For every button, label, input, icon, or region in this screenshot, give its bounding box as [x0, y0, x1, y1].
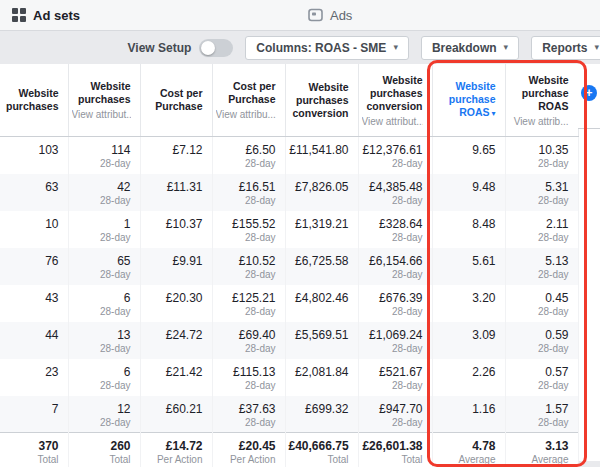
cell-value: 6: [72, 291, 131, 305]
cell: £7.12: [140, 137, 212, 174]
toggle-knob: [201, 41, 215, 55]
cell-value: £7,826.05: [289, 180, 349, 194]
attribution-window-tag: 28-day: [72, 232, 131, 244]
attribution-window-label: View attrib...: [509, 116, 569, 127]
attribution-window-tag: 28-day: [72, 158, 131, 170]
cell-value: £5,569.51: [289, 328, 349, 342]
view-setup-toggle[interactable]: [199, 39, 233, 57]
cell-value: £699.32: [289, 402, 349, 416]
cell-value: £24.72: [144, 328, 203, 342]
total-cell: £14.72Per Action: [140, 433, 212, 467]
cell: £24.72: [140, 322, 212, 359]
cell: £69.4028-day: [212, 322, 285, 359]
cell: £11,541.80: [285, 137, 358, 174]
cell-value: £20.30: [144, 291, 203, 305]
attribution-window-label: View attribu...: [216, 109, 276, 120]
cell-value: 43: [3, 291, 59, 305]
cell-value: 114: [72, 143, 131, 157]
cell-value: 23: [3, 365, 59, 379]
cell-value: £4,802.46: [289, 291, 349, 305]
cell-value: £1,069.24: [362, 328, 423, 342]
cell: £115.1328-day: [212, 359, 285, 396]
total-label: Total: [72, 454, 131, 466]
cell-value: £37.63: [216, 402, 276, 416]
table-row[interactable]: 43628-day£20.30£125.2128-day£4,802.46£67…: [0, 285, 578, 322]
cell: £16.5128-day: [212, 174, 285, 211]
attribution-window-tag: 28-day: [216, 232, 276, 244]
attribution-window-label: View attribut...: [362, 116, 423, 127]
cell-value: £69.40: [216, 328, 276, 342]
breakdown-button[interactable]: Breakdown ▾: [421, 36, 519, 60]
metrics-table: Website purchasesWebsite purchasesView a…: [0, 64, 600, 461]
cell-value: 13: [72, 328, 131, 342]
table-row[interactable]: 441328-day£24.72£69.4028-day£5,569.51£1,…: [0, 322, 578, 359]
table-row[interactable]: 23628-day£21.42£115.1328-day£2,081.84£52…: [0, 359, 578, 396]
cell: £7,826.05: [285, 174, 358, 211]
attribution-window-tag: 28-day: [362, 269, 423, 281]
tab-ads-label: Ads: [330, 8, 352, 23]
cell-value: 10: [3, 217, 59, 231]
view-setup-label: View Setup: [128, 41, 192, 55]
toolbar: View Setup Columns: ROAS - SME ▾ Breakdo…: [0, 31, 600, 64]
column-header[interactable]: Website purchase ROASView attrib...: [505, 64, 578, 137]
cell-value: 65: [72, 254, 131, 268]
cell: 0.5928-day: [505, 322, 578, 359]
cell-value: £21.42: [144, 365, 203, 379]
cell-value: £10.37: [144, 217, 203, 231]
data-table: Website purchasesWebsite purchasesView a…: [0, 64, 579, 467]
cell: £9.91: [140, 248, 212, 285]
tab-ad-sets[interactable]: Ad sets: [2, 0, 90, 30]
column-header[interactable]: Cost per PurchaseView attribu...: [212, 64, 285, 137]
cell: 3.09: [432, 322, 505, 359]
cell: £5,569.51: [285, 322, 358, 359]
add-column-button[interactable]: +: [581, 85, 597, 101]
cell: 44: [0, 322, 68, 359]
total-label: Per Action: [144, 454, 203, 466]
cell-value: 3.20: [436, 291, 496, 305]
table-row[interactable]: 10128-day£10.37£155.5228-day£1,319.21£32…: [0, 211, 578, 248]
column-header[interactable]: Website purchases conversion: [285, 64, 358, 137]
cell: 1328-day: [68, 322, 140, 359]
column-title: Website purchase ROAS: [509, 74, 569, 113]
column-title: Website purchases conversion: [289, 81, 349, 120]
cell-value: 10.35: [509, 143, 569, 157]
cell: 9.48: [432, 174, 505, 211]
table-row[interactable]: 634228-day£11.31£16.5128-day£7,826.05£4,…: [0, 174, 578, 211]
column-header[interactable]: Website purchases: [0, 64, 68, 137]
total-value: £14.72: [144, 439, 203, 453]
tab-ads[interactable]: Ads: [298, 0, 362, 30]
column-header[interactable]: Website purchases conversionView attribu…: [358, 64, 432, 137]
cell-value: 2.11: [509, 217, 569, 231]
cell: £6,154.6628-day: [358, 248, 432, 285]
reports-button[interactable]: Reports ▾: [531, 36, 600, 60]
cell: 628-day: [68, 285, 140, 322]
cell: 6528-day: [68, 248, 140, 285]
cell-value: 1: [72, 217, 131, 231]
attribution-window-tag: 28-day: [216, 417, 276, 429]
table-row[interactable]: 71228-day£60.21£37.6328-day£699.32£947.7…: [0, 396, 578, 433]
cell: 1228-day: [68, 396, 140, 433]
column-header[interactable]: Website purchase ROAS▾: [432, 64, 505, 137]
cell-value: 63: [3, 180, 59, 194]
columns-button[interactable]: Columns: ROAS - SME ▾: [245, 36, 409, 60]
cell: £1,069.2428-day: [358, 322, 432, 359]
total-label: Total: [3, 454, 59, 466]
total-value: 370: [3, 439, 59, 453]
total-value: £26,601.38: [362, 439, 423, 453]
chevron-down-icon: ▾: [504, 43, 509, 52]
cell: £947.7028-day: [358, 396, 432, 433]
cell-value: 9.65: [436, 143, 496, 157]
cell: 103: [0, 137, 68, 174]
attribution-window-tag: 28-day: [216, 195, 276, 207]
column-header[interactable]: Website purchasesView attribut...: [68, 64, 140, 137]
column-header[interactable]: Cost per Purchase: [140, 64, 212, 137]
cell-value: £125.21: [216, 291, 276, 305]
table-row[interactable]: 10311428-day£7.12£6.5028-day£11,541.80£1…: [0, 137, 578, 174]
table-row[interactable]: 766528-day£9.91£10.5228-day£6,725.58£6,1…: [0, 248, 578, 285]
cell: 2.26: [432, 359, 505, 396]
cell: £4,385.4828-day: [358, 174, 432, 211]
cell: 0.5728-day: [505, 359, 578, 396]
cell-value: 5.61: [436, 254, 496, 268]
total-value: 260: [72, 439, 131, 453]
column-title: Website purchase ROAS▾: [436, 80, 496, 120]
